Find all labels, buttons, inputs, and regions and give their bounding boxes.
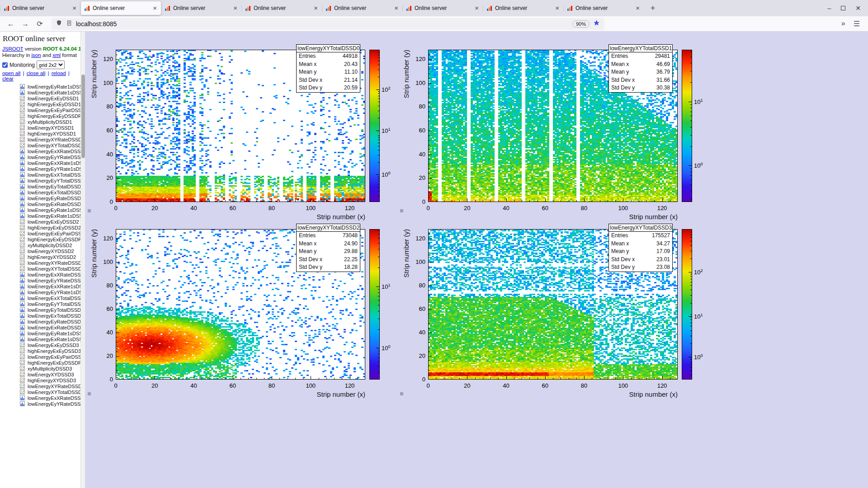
new-tab-button[interactable]: + [646, 2, 659, 14]
tree-item[interactable]: lowEnergyXYRateDSSD2 [2, 260, 80, 266]
tree-item[interactable]: highEnergyExEyDSSDPair3 [2, 360, 80, 366]
tree-item[interactable]: lowEnergyXYDSSD1 [2, 125, 80, 131]
close-button[interactable]: ✕ [855, 5, 861, 12]
tree-item[interactable]: lowEnergyExRate1sDSSD1 [2, 213, 80, 219]
stats-box[interactable]: lowEnergyXYTotalDSSD2 Entries73048Mean x… [296, 224, 360, 272]
forward-button[interactable]: → [19, 18, 32, 30]
pad-resize-handle[interactable] [400, 209, 403, 212]
tree-item[interactable]: lowEnergyXYRateDSSD1 [2, 136, 80, 142]
tree-item[interactable]: lowEnergyXYRateDSSD3 [2, 383, 80, 389]
overflow-chevrons-icon[interactable]: » [841, 19, 845, 28]
browser-tab[interactable]: Online server× [403, 1, 483, 15]
monitoring-checkbox[interactable] [2, 62, 8, 68]
tree-item[interactable]: lowEnergyXYTotalDSSD3 [2, 389, 80, 395]
tree-item[interactable]: highEnergyExEyDSSD1 [2, 101, 80, 107]
page-info-icon[interactable] [66, 20, 72, 28]
hamburger-menu-icon[interactable]: ☰ [854, 19, 860, 28]
action-link-reload[interactable]: reload [52, 70, 66, 76]
tree-item[interactable]: highEnergyExEyDSSD2 [2, 225, 80, 230]
tree-item[interactable]: lowEnergyExTotalDSSD1 [2, 189, 80, 195]
tree-item[interactable]: lowEnergyExXTotalDSSD2 [2, 295, 80, 301]
tree-item[interactable]: lowEnergyExXRate1sDSSD2 [2, 283, 80, 289]
tree-item[interactable]: lowEnergyExXRateDSSD1 [2, 148, 80, 154]
xml-link[interactable]: xml [52, 52, 61, 58]
tree-item[interactable]: lowEnergyEyYRateDSSD3 [2, 401, 80, 407]
tree-item[interactable]: lowEnergyEyTotalDSSD2 [2, 307, 80, 313]
action-link-open-all[interactable]: open all [2, 70, 20, 76]
tree-item[interactable]: lowEnergyEyRateDSSD1 [2, 195, 80, 201]
browser-tab[interactable]: Online server× [242, 1, 322, 15]
tree-item[interactable]: lowEnergyExEyPairDSSD3 [2, 354, 80, 360]
minimize-button[interactable]: – [827, 5, 831, 12]
browser-tab[interactable]: Online server× [483, 1, 563, 15]
grid-layout-select[interactable]: grid 2x2 [37, 61, 65, 69]
tree-item[interactable]: lowEnergyExTotalDSSD2 [2, 313, 80, 319]
tree-item[interactable]: lowEnergyEyRate1sDSSD2 [2, 330, 80, 336]
tree-item[interactable]: highEnergyXYDSSD3 [2, 377, 80, 383]
tab-close-icon[interactable]: × [474, 5, 480, 11]
tree-item[interactable]: lowEnergyEyRate1sDSSD1 [2, 207, 80, 213]
action-link-clear[interactable]: clear [2, 76, 14, 81]
tab-close-icon[interactable]: × [554, 5, 560, 11]
tree-item[interactable]: xyMultiplicityDSSD3 [2, 366, 80, 371]
reload-button[interactable]: ⟳ [33, 18, 46, 30]
maximize-button[interactable] [841, 6, 845, 10]
tree-item[interactable]: lowEnergyEyRateDSSD2 [2, 319, 80, 324]
zoom-badge[interactable]: 90% [572, 20, 590, 28]
browser-tab[interactable]: Online server× [81, 1, 161, 15]
tab-close-icon[interactable]: × [635, 5, 641, 11]
tree-item[interactable]: lowEnergyEyTotalDSSD1 [2, 183, 80, 189]
address-bar[interactable]: localhost:8085 90% [52, 18, 604, 30]
tree-item[interactable]: lowEnergyExEyDSSD2 [2, 219, 80, 225]
pad-resize-handle[interactable] [88, 209, 91, 212]
browser-tab[interactable]: Online server× [322, 1, 402, 15]
tree-item[interactable]: lowEnergyXYTotalDSSD2 [2, 266, 80, 272]
browser-tab[interactable]: Online server× [0, 1, 80, 15]
tab-close-icon[interactable]: × [152, 5, 158, 11]
tree-item[interactable]: lowEnergyExRateDSSD2 [2, 324, 80, 330]
stats-box[interactable]: lowEnergyXYTotalDSSD1 Entries29481Mean x… [609, 44, 673, 93]
tree-item[interactable]: lowEnergyEyYTotalDSSD1 [2, 178, 80, 183]
tree-item[interactable]: highEnergyXYDSSD2 [2, 254, 80, 260]
tree-item[interactable]: lowEnergyExRate1sDSSD0 [2, 89, 80, 95]
tree-item[interactable]: highEnergyXYDSSD1 [2, 131, 80, 136]
tree-item[interactable]: lowEnergyExXTotalDSSD1 [2, 172, 80, 178]
stats-box[interactable]: lowEnergyXYTotalDSSD3 Entries175527Mean … [609, 224, 673, 272]
tree-item[interactable]: lowEnergyEyYTotalDSSD2 [2, 301, 80, 307]
pad-resize-handle[interactable] [400, 392, 403, 395]
tree-item[interactable]: lowEnergyExRateDSSD1 [2, 201, 80, 207]
tree-item[interactable]: lowEnergyExEyDSSD1 [2, 95, 80, 101]
url-text[interactable]: localhost:8085 [76, 20, 569, 28]
tree-item[interactable]: lowEnergyEyYRate1sDSSD1 [2, 166, 80, 172]
tab-close-icon[interactable]: × [232, 5, 238, 11]
tree-item[interactable]: highEnergyExEyDSSD3 [2, 348, 80, 354]
sidebar-scrollbar[interactable] [80, 32, 85, 488]
tree-item[interactable]: lowEnergyExRate1sDSSD2 [2, 336, 80, 342]
tree-item[interactable]: lowEnergyXYTotalDSSD1 [2, 142, 80, 148]
tab-close-icon[interactable]: × [393, 5, 399, 11]
pad-resize-handle[interactable] [88, 392, 91, 395]
tab-close-icon[interactable]: × [313, 5, 319, 11]
tree-item[interactable]: lowEnergyXYDSSD3 [2, 371, 80, 377]
scrollbar-thumb[interactable] [81, 75, 85, 158]
tree-item[interactable]: lowEnergyExEyPairDSSD1 [2, 107, 80, 113]
back-button[interactable]: ← [5, 18, 17, 30]
tree-item[interactable]: xyMultiplicityDSSD2 [2, 242, 80, 248]
tree-item[interactable]: lowEnergyEyYRateDSSD1 [2, 154, 80, 160]
tree-item[interactable]: lowEnergyExEyPairDSSD2 [2, 230, 80, 236]
tree-item[interactable]: lowEnergyExEyDSSD3 [2, 342, 80, 348]
tab-close-icon[interactable]: × [71, 5, 77, 11]
tree-item[interactable]: lowEnergyExXRate1sDSSD1 [2, 160, 80, 166]
tree-item[interactable]: lowEnergyXYDSSD2 [2, 248, 80, 254]
tree-item[interactable]: lowEnergyEyYRate1sDSSD2 [2, 289, 80, 295]
stats-box[interactable]: lowEnergyXYTotalDSSD0 Entries44918Mean x… [296, 44, 360, 93]
tree-item[interactable]: xyMultiplicityDSSD1 [2, 119, 80, 125]
shield-icon[interactable] [56, 19, 62, 28]
tree-item[interactable]: highEnergyExEyDSSDPair2 [2, 236, 80, 242]
bookmark-star-icon[interactable] [593, 19, 600, 28]
tree-item[interactable]: highEnergyExEyDSSDPair1 [2, 113, 80, 119]
action-link-close-all[interactable]: close all [27, 70, 46, 76]
jsroot-link[interactable]: JSROOT [2, 46, 23, 52]
tree-item[interactable]: lowEnergyEyYRateDSSD2 [2, 277, 80, 283]
tree-item[interactable]: lowEnergyExXRateDSSD2 [2, 272, 80, 277]
